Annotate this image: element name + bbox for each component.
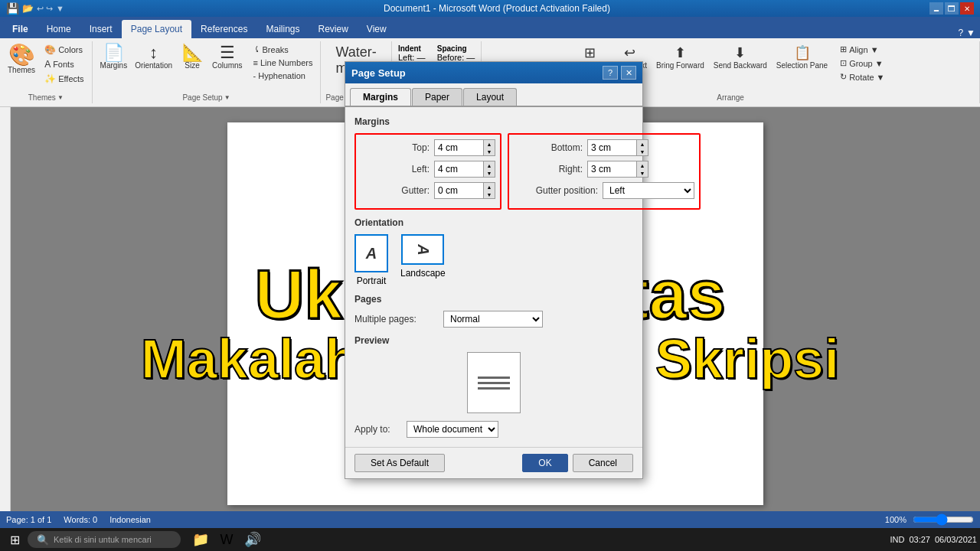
close-button[interactable]: ✕ <box>960 2 974 15</box>
gutter-pos-select[interactable]: Left Top <box>603 182 694 199</box>
top-spinner: ▲ ▼ <box>484 139 495 156</box>
tab-file[interactable]: File <box>3 20 38 38</box>
themes-group-expand[interactable]: ▼ <box>57 94 64 101</box>
bottom-label: Bottom: <box>514 142 583 153</box>
right-spin-up[interactable]: ▲ <box>637 161 648 169</box>
left-spinner: ▲ ▼ <box>484 161 495 178</box>
status-bar: Page: 1 of 1 Words: 0 Indonesian 100% <box>0 511 980 528</box>
gutter-spin-up[interactable]: ▲ <box>484 183 495 191</box>
left-margins-box: Top: ▲ ▼ Left: <box>354 133 501 210</box>
line-numbers-button[interactable]: ≡ Line Numbers <box>250 57 316 69</box>
ribbon-group-themes: 🎨 Themes 🎨 Colors A Fonts ✨ Effects The <box>0 41 93 103</box>
left-spin-down[interactable]: ▼ <box>484 169 495 177</box>
top-spin-up[interactable]: ▲ <box>484 140 495 148</box>
bottom-input-group: ▲ ▼ <box>587 139 648 156</box>
top-margin-row: Top: ▲ ▼ <box>361 139 495 156</box>
multiple-pages-select[interactable]: Normal Mirror margins 2 pages per sheet … <box>443 311 543 328</box>
dialog-help-button[interactable]: ? <box>603 66 618 80</box>
bottom-spin-down[interactable]: ▼ <box>637 148 648 155</box>
gutter-spin-down[interactable]: ▼ <box>484 191 495 198</box>
gutter-spinner: ▲ ▼ <box>484 182 495 199</box>
taskbar-word[interactable]: W <box>214 529 239 550</box>
pages-section: Pages Multiple pages: Normal Mirror marg… <box>354 294 633 328</box>
tab-review[interactable]: Review <box>309 20 357 38</box>
margins-button[interactable]: 📄 Margins <box>97 43 131 71</box>
set-as-default-button[interactable]: Set As Default <box>354 454 445 472</box>
ribbon-group-page-setup: 📄 Margins ↕️ Orientation 📐 Size ☰ Column… <box>93 41 322 103</box>
maximize-button[interactable]: 🗖 <box>945 2 959 15</box>
taskbar-file-explorer[interactable]: 📁 <box>188 529 213 550</box>
dialog-tab-paper[interactable]: Paper <box>412 88 462 106</box>
bottom-margin-row: Bottom: ▲ ▼ <box>514 139 694 156</box>
cancel-button[interactable]: Cancel <box>573 454 633 472</box>
zoom-level: 100% <box>885 515 906 524</box>
start-button[interactable]: ⊞ <box>3 528 26 551</box>
dialog-close-button[interactable]: ✕ <box>621 66 636 80</box>
taskbar-app3[interactable]: 🔊 <box>240 529 265 550</box>
tab-page-layout[interactable]: Page Layout <box>122 20 191 38</box>
align-button[interactable]: ⊞Align ▼ <box>837 43 887 56</box>
taskbar-search[interactable]: 🔍 Ketik di sini untuk mencari <box>28 531 181 548</box>
tab-view[interactable]: View <box>358 20 396 38</box>
selection-pane-button[interactable]: 📋 Selection Pane <box>773 43 831 71</box>
ribbon-tabs: File Home Insert Page Layout References … <box>0 17 980 38</box>
gutter-input[interactable] <box>434 182 484 199</box>
apply-to-select[interactable]: Whole document This section This point f… <box>407 421 498 438</box>
apply-to-row: Apply to: Whole document This section Th… <box>354 421 633 438</box>
landscape-option[interactable]: A Landscape <box>400 234 446 286</box>
tab-references[interactable]: References <box>191 20 256 38</box>
page-setup-dialog: Page Setup ? ✕ Margins Paper Layout Marg… <box>345 61 643 479</box>
themes-button[interactable]: 🎨 Themes <box>5 43 38 76</box>
bottom-input[interactable] <box>587 139 637 156</box>
dialog-tab-margins[interactable]: Margins <box>350 88 411 106</box>
dialog-tab-layout[interactable]: Layout <box>463 88 517 106</box>
landscape-icon: A <box>401 234 444 265</box>
tab-insert[interactable]: Insert <box>80 20 122 38</box>
top-input-group: ▲ ▼ <box>434 139 495 156</box>
tab-mailings[interactable]: Mailings <box>256 20 309 38</box>
send-backward-button[interactable]: ⬇ Send Backward <box>710 43 770 71</box>
preview-label: Preview <box>354 335 633 346</box>
gutter-input-group: ▲ ▼ <box>434 182 495 199</box>
portrait-label: Portrait <box>357 276 387 286</box>
columns-button[interactable]: ☰ Columns <box>209 43 245 71</box>
apply-to-label: Apply to: <box>354 424 400 435</box>
left-input[interactable] <box>434 161 484 178</box>
top-spin-down[interactable]: ▼ <box>484 148 495 155</box>
language: Indonesian <box>109 515 151 524</box>
ok-button[interactable]: OK <box>522 454 567 472</box>
left-spin-up[interactable]: ▲ <box>484 161 495 169</box>
taskbar-lang: IND <box>890 535 904 544</box>
gutter-margin-row: Gutter: ▲ ▼ <box>361 182 495 199</box>
right-margin-row: Right: ▲ ▼ <box>514 161 694 178</box>
right-input-group: ▲ ▼ <box>587 161 648 178</box>
bring-forward-button[interactable]: ⬆ Bring Forward <box>653 43 707 71</box>
page-count: Page: 1 of 1 <box>6 515 51 524</box>
left-label: Left: <box>361 164 430 174</box>
portrait-option[interactable]: A Portrait <box>354 234 388 286</box>
minimize-button[interactable]: 🗕 <box>929 2 943 15</box>
rotate-button[interactable]: ↻Rotate ▼ <box>837 70 887 83</box>
zoom-slider[interactable] <box>913 514 974 526</box>
bottom-spin-up[interactable]: ▲ <box>637 140 648 148</box>
fonts-button[interactable]: A Fonts <box>41 57 87 71</box>
portrait-icon: A <box>354 234 388 272</box>
colors-button[interactable]: 🎨 Colors <box>41 43 87 57</box>
tab-home[interactable]: Home <box>38 20 80 38</box>
right-input[interactable] <box>587 161 637 178</box>
top-input[interactable] <box>434 139 484 156</box>
size-button[interactable]: 📐 Size <box>177 43 207 71</box>
taskbar: ⊞ 🔍 Ketik di sini untuk mencari 📁 W 🔊 IN… <box>0 528 980 551</box>
margins-section-label: Margins <box>354 116 633 127</box>
gutter-pos-row: Gutter position: Left Top <box>514 182 694 199</box>
hyphenation-button[interactable]: - Hyphenation <box>250 70 316 82</box>
taskbar-icons: IND 03:27 06/03/2021 <box>890 535 977 544</box>
page-setup-group-expand[interactable]: ▼ <box>224 94 230 101</box>
right-spin-down[interactable]: ▼ <box>637 169 648 177</box>
effects-button[interactable]: ✨ Effects <box>41 72 87 86</box>
group-button[interactable]: ⊡Group ▼ <box>837 57 887 70</box>
orientation-section: Orientation A Portrait A Landscape <box>354 217 633 286</box>
dialog-title: Page Setup <box>351 67 406 79</box>
breaks-button[interactable]: ⤹ Breaks <box>250 43 316 56</box>
orientation-button[interactable]: ↕️ Orientation <box>132 43 175 71</box>
